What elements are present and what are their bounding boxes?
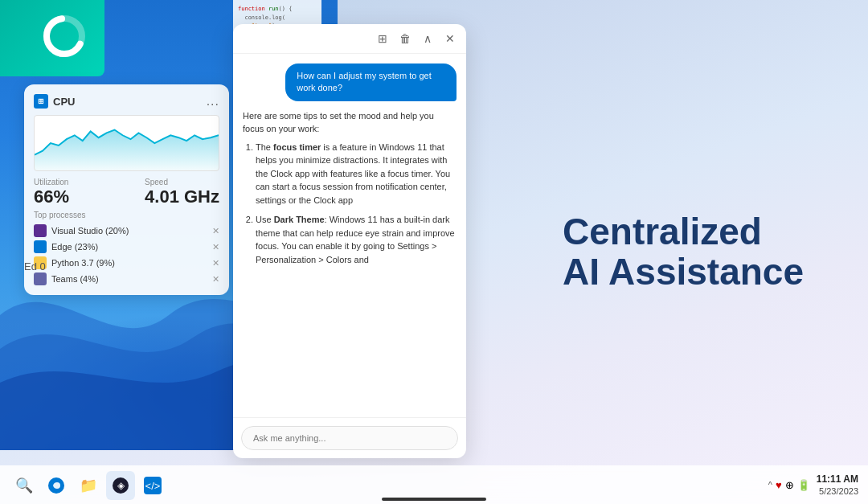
dark-theme-bold: Dark Theme [274,215,325,224]
teal-widget [0,0,104,76]
taskbar-right: ^ ♥ ⊕ 🔋 11:11 AM 5/23/2023 [768,473,858,498]
chat-input-area [233,417,466,458]
process-close-btn[interactable]: ✕ [212,226,219,236]
ai-list-item-1: The focus timer is a feature in Windows … [256,141,457,207]
speed-stat: Speed 4.01 GHz [145,178,219,207]
process-item: Python 3.7 (9%) ✕ [34,256,219,269]
svg-text:</>: </> [145,480,161,492]
donut-chart [40,12,88,60]
cpu-stats: Utilization 66% Speed 4.01 GHz [34,178,219,207]
toolbar-grid-icon[interactable]: ⊞ [375,31,391,47]
ed-label: Ed 0 [24,260,46,272]
toolbar-minimize-icon[interactable]: ∧ [420,31,436,47]
vscode-taskbar-icon[interactable]: </> [138,471,167,500]
process-item: Teams (4%) ✕ [34,272,219,285]
clock-time: 11:11 AM [817,473,858,486]
right-text-line2: AI Assistance [563,252,804,293]
tray-heart-icon: ♥ [776,479,782,491]
clock-date: 5/23/2023 [817,486,858,497]
cpu-title-row: ⊞ CPU [34,94,75,109]
system-tray-icons: ^ ♥ ⊕ 🔋 [768,479,810,491]
process-close-btn[interactable]: ✕ [212,258,219,268]
tray-network-icon[interactable]: ⊕ [785,479,794,491]
toolbar-trash-icon[interactable]: 🗑 [397,31,413,47]
chat-input[interactable] [241,426,458,450]
right-text-line1: Centralized [563,211,804,252]
file-explorer-taskbar-icon[interactable]: 📁 [74,471,103,500]
cpu-icon: ⊞ [34,94,48,109]
search-taskbar-icon[interactable]: 🔍 [10,471,39,500]
tray-chevron[interactable]: ^ [768,480,772,490]
cpu-graph [34,115,219,171]
utilization-stat: Utilization 66% [34,178,69,207]
chat-messages: How can I adjust my system to get work d… [233,54,466,417]
copilot-taskbar-icon[interactable]: ◈ [106,471,135,500]
right-text-section: Centralized AI Assistance [563,211,804,293]
ai-message: Here are some tips to set the mood and h… [243,109,457,273]
system-clock[interactable]: 11:11 AM 5/23/2023 [817,473,858,498]
chat-toolbar: ⊞ 🗑 ∧ ✕ [233,24,466,54]
cpu-menu-dots[interactable]: ... [207,94,219,109]
process-close-btn[interactable]: ✕ [212,274,219,285]
teams-process-icon [34,272,47,285]
edge-taskbar-icon[interactable] [42,471,71,500]
chat-panel: ⊞ 🗑 ∧ ✕ How can I adjust my system to ge… [233,24,466,458]
cpu-title: CPU [53,96,75,108]
ai-intro: Here are some tips to set the mood and h… [243,109,457,136]
process-item: Visual Studio (20%) ✕ [34,224,219,237]
cpu-header: ⊞ CPU ... [34,94,219,109]
visual-studio-icon [34,224,47,237]
ai-list: The focus timer is a feature in Windows … [243,141,457,267]
focus-timer-bold: focus timer [273,142,321,152]
cpu-widget: ⊞ CPU ... Utilization 66% Speed 4.01 GHz… [24,84,229,295]
user-message-bubble: How can I adjust my system to get work d… [285,64,457,101]
process-close-btn[interactable]: ✕ [212,242,219,252]
process-item: Edge (23%) ✕ [34,240,219,253]
tray-battery-icon: 🔋 [797,479,810,491]
taskbar-home-indicator [382,498,486,501]
edge-process-icon [34,240,47,253]
ai-list-item-2: Use Dark Theme: Windows 11 has a built-i… [256,213,457,266]
process-list: Visual Studio (20%) ✕ Edge (23%) ✕ Pytho… [34,224,219,285]
taskbar-icons: 🔍 📁 ◈ </> [10,471,167,500]
toolbar-close-icon[interactable]: ✕ [442,31,458,47]
top-processes-label: Top processes [34,211,219,219]
svg-text:◈: ◈ [117,480,125,491]
